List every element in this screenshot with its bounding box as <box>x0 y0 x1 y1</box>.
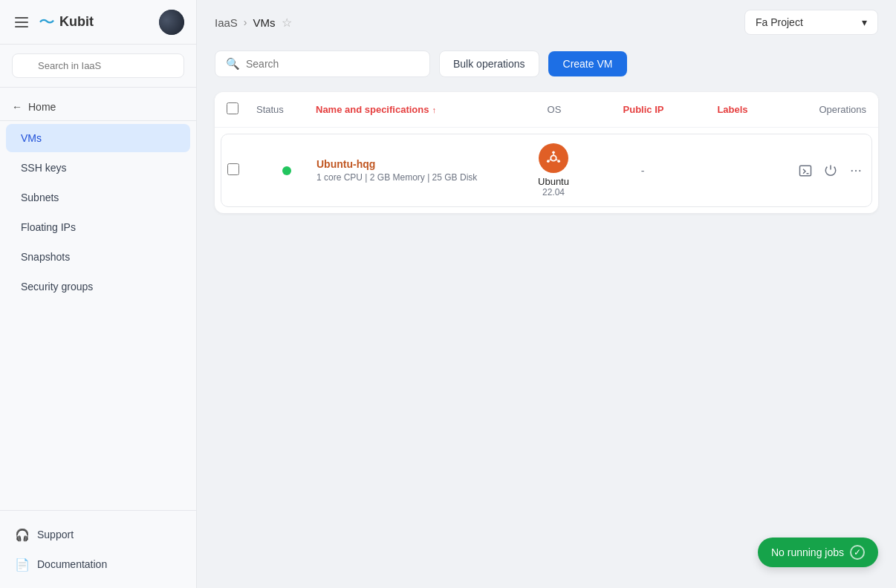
no-running-jobs-badge[interactable]: No running jobs ✓ <box>758 538 878 567</box>
row-checkbox[interactable] <box>227 163 239 175</box>
logo-text: Kubit <box>59 14 94 30</box>
support-icon: 🎧 <box>15 527 30 542</box>
logo-icon: 〜 <box>39 11 55 33</box>
svg-point-2 <box>552 151 555 154</box>
search-box: 🔍 <box>215 50 430 77</box>
project-selector[interactable]: Fa Project ▾ <box>744 10 878 35</box>
ubuntu-os-icon <box>539 143 568 173</box>
toolbar: 🔍 Bulk operations Create VM <box>215 45 878 77</box>
documentation-icon: 📄 <box>15 557 30 572</box>
svg-point-10 <box>851 169 853 171</box>
search-input[interactable] <box>246 58 419 70</box>
breadcrumb-separator: › <box>244 16 247 28</box>
logo: 〜 Kubit <box>39 11 94 33</box>
support-label: Support <box>37 529 74 540</box>
main-content: IaaS › VMs ☆ Fa Project ▾ 🔍 Bulk operati… <box>197 0 896 588</box>
th-os: OS <box>510 104 599 115</box>
jobs-check-icon: ✓ <box>850 545 865 560</box>
vm-name[interactable]: Ubuntu-hqg <box>316 158 509 170</box>
sidebar-item-ssh-keys[interactable]: SSH keys <box>6 154 190 182</box>
sidebar-search-area: 🔍 <box>0 45 196 88</box>
avatar[interactable] <box>159 10 184 35</box>
th-labels: Labels <box>688 104 777 115</box>
select-all-checkbox[interactable] <box>227 102 238 114</box>
sidebar-search-input[interactable] <box>12 53 184 78</box>
svg-point-4 <box>547 160 550 163</box>
th-operations: Operations <box>777 104 866 115</box>
sidebar-footer: 🎧 Support 📄 Documentation <box>0 510 196 588</box>
svg-point-12 <box>859 169 860 171</box>
project-name: Fa Project <box>756 16 803 28</box>
favorite-star-icon[interactable]: ☆ <box>282 16 292 30</box>
terminal-action-button[interactable] <box>796 161 815 180</box>
chevron-down-icon: ▾ <box>862 16 867 28</box>
row-operations-cell <box>776 161 866 180</box>
table-body: Ubuntu-hqg 1 core CPU | 2 GB Memory | 25… <box>215 128 878 213</box>
sidebar-header: 〜 Kubit <box>0 0 196 45</box>
svg-point-3 <box>557 160 560 163</box>
row-checkbox-cell <box>227 163 257 177</box>
sidebar-item-ssh-keys-label: SSH keys <box>21 162 66 174</box>
sort-arrow-icon: ↑ <box>432 105 436 114</box>
row-name-cell: Ubuntu-hqg 1 core CPU | 2 GB Memory | 25… <box>316 158 509 183</box>
th-public-ip: Public IP <box>599 104 688 115</box>
sidebar-item-floating-ips[interactable]: Floating IPs <box>6 213 190 241</box>
sidebar-nav: ← Home VMs SSH keys Subnets Floating IPs… <box>0 88 196 510</box>
os-version: 22.04 <box>538 187 569 197</box>
th-status: Status <box>256 104 316 115</box>
row-status-cell <box>257 166 316 175</box>
row-public-ip-cell: - <box>598 165 687 177</box>
create-vm-button[interactable]: Create VM <box>548 51 628 76</box>
jobs-badge-label: No running jobs <box>771 546 844 558</box>
sidebar-item-snapshots[interactable]: Snapshots <box>6 243 190 271</box>
topbar: IaaS › VMs ☆ Fa Project ▾ <box>197 0 896 45</box>
page-content: 🔍 Bulk operations Create VM Status Name … <box>197 45 896 588</box>
sidebar-support[interactable]: 🎧 Support <box>0 520 196 549</box>
vm-specs: 1 core CPU | 2 GB Memory | 25 GB Disk <box>316 172 509 183</box>
breadcrumb-current: VMs <box>253 16 276 29</box>
sidebar-item-subnets-label: Subnets <box>21 192 59 203</box>
back-arrow-icon: ← <box>12 101 22 113</box>
topbar-right: Fa Project ▾ <box>744 10 878 35</box>
hamburger-menu[interactable] <box>12 14 31 30</box>
os-info: Ubuntu 22.04 <box>538 176 569 197</box>
breadcrumb-root[interactable]: IaaS <box>215 16 238 29</box>
table-header: Status Name and specifications ↑ OS Publ… <box>215 92 878 128</box>
status-running-indicator <box>282 166 291 175</box>
avatar-image <box>159 10 184 35</box>
sidebar-item-vms-label: VMs <box>21 132 42 144</box>
sidebar-home[interactable]: ← Home <box>0 94 196 121</box>
sidebar-item-floating-ips-label: Floating IPs <box>21 221 76 233</box>
more-actions-button[interactable] <box>846 161 866 180</box>
table-row: Ubuntu-hqg 1 core CPU | 2 GB Memory | 25… <box>221 134 872 207</box>
svg-point-11 <box>855 169 857 171</box>
sidebar: 〜 Kubit 🔍 ← Home VMs SSH keys Subnets Fl… <box>0 0 197 588</box>
documentation-label: Documentation <box>37 558 107 570</box>
sidebar-item-vms[interactable]: VMs <box>6 124 190 152</box>
sidebar-item-security-groups-label: Security groups <box>21 281 93 293</box>
sidebar-search-wrap: 🔍 <box>12 53 184 78</box>
th-name-specs[interactable]: Name and specifications ↑ <box>316 104 510 115</box>
sidebar-documentation[interactable]: 📄 Documentation <box>0 549 196 579</box>
th-checkbox <box>227 102 256 117</box>
sidebar-item-snapshots-label: Snapshots <box>21 251 70 263</box>
bulk-operations-button[interactable]: Bulk operations <box>439 50 539 77</box>
th-name-specs-label: Name and specifications <box>316 104 429 115</box>
power-action-button[interactable] <box>821 161 840 180</box>
sidebar-item-security-groups[interactable]: Security groups <box>6 272 190 301</box>
row-os-cell: Ubuntu 22.04 <box>509 143 598 197</box>
search-icon: 🔍 <box>226 57 240 71</box>
breadcrumb: IaaS › VMs ☆ <box>215 16 292 30</box>
sidebar-item-subnets[interactable]: Subnets <box>6 183 190 212</box>
os-name: Ubuntu <box>538 176 569 187</box>
vm-table: Status Name and specifications ↑ OS Publ… <box>215 92 878 213</box>
home-label: Home <box>28 101 56 113</box>
